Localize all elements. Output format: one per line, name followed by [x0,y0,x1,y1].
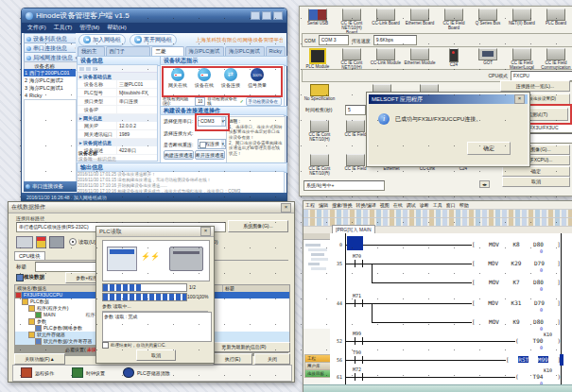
tab-mitsubishi-active[interactable]: 三菱PLC06 [151,46,183,56]
timer-coil[interactable]: T94 [515,373,561,380]
edit-cursor-cell[interactable] [347,236,363,250]
tab-haier1[interactable]: 海尔PLC测试1 [225,46,265,56]
nav-connection[interactable]: 连接目标 [304,369,332,378]
pc-item-net2-board[interactable]: NET(II) Board [506,9,538,26]
tab-home[interactable]: 我的主页 [78,46,105,56]
menu-view[interactable]: 视图 [380,202,390,208]
radio-read[interactable]: 读取(U) [69,238,96,246]
memory-clear-item[interactable]: PLC存储器清除 [123,367,170,378]
close-button[interactable]: 关闭 [254,353,290,365]
manual-check-button[interactable]: 手动检测设备在线 [246,97,282,106]
clock-setting-item[interactable]: 时钟设置 [72,367,105,378]
pc-item-cclink-board[interactable]: CC-Link Board [370,9,402,26]
timer-coil[interactable]: T90 [515,337,561,344]
menu-manage[interactable]: 管理(M) [79,24,99,32]
menu-edit[interactable]: 编辑 [319,202,328,208]
instruction-mov[interactable]: MOVK29D79 [472,260,561,266]
instruction-mov[interactable]: MOVK8D80 [472,241,561,247]
pc-item-ethernet-board[interactable]: Ethernet Board [404,9,436,26]
leave-network-button[interactable]: 离开网络组 [130,34,177,46]
property-group[interactable]: 设备基础信息 [78,73,157,80]
break-channel-button[interactable]: 断开连接通道 [195,150,225,160]
pc-item-ccie-board[interactable]: CC IE Cont NET/10(H) Board [336,9,368,36]
close-icon[interactable]: × [514,94,525,104]
contact-symbol[interactable]: M70 [355,260,363,267]
ok-button[interactable]: 确定 [502,166,570,177]
property-row[interactable]: 网关通讯端口1989 [78,130,157,139]
instruction-mov[interactable]: MOVK7D80 [472,279,561,285]
tab-ricky[interactable]: Ricky [266,46,286,56]
project-tree[interactable] [303,240,330,329]
menu-debug[interactable]: 调试 [407,202,416,208]
titlebar[interactable]: Hinode设备管理客户端 v1.5 [22,9,286,23]
accessible-station-field[interactable]: 系统/站号中+ [303,180,385,191]
cancel-button[interactable]: 取消 [502,177,570,187]
property-row[interactable]: 网关IP12.0.0.2 [78,122,157,130]
execute-button[interactable]: 执行(E) [213,353,252,365]
connection-list-button[interactable]: 连接路径一览(L)... [500,80,570,92]
contact-symbol[interactable]: T90 [355,356,363,364]
plc-item-cclink-module[interactable]: CC-Link Module [370,48,402,66]
maximize-button[interactable] [262,11,271,20]
dialog-ok-button[interactable]: 确定 [467,142,511,155]
progress-cancel-button[interactable]: 取消 [136,349,176,361]
detail-field[interactable] [527,133,572,144]
pc-item-serial-usb[interactable]: Serial USB [302,9,334,26]
property-group[interactable]: 设备描述信息 [78,139,157,146]
speed-field[interactable]: 9.6Kbps [373,35,417,45]
menu-help[interactable]: 帮助(H) [107,24,126,32]
tab-haier2[interactable]: 海尔PLC测试2 [185,46,225,56]
menu-convert[interactable]: 转换/编译 [355,202,375,208]
com-port-field[interactable]: COM 3 [319,35,349,45]
net-item-ccie-cont[interactable]: CC IE Cont NET/10(H) [303,120,336,143]
sidebar-bottom-serial-devices[interactable]: 串口连接设备 [24,181,78,192]
menu-file[interactable]: 文件(F) [27,24,46,32]
menu-tools[interactable]: 工具(T) [54,24,73,32]
instruction-mov[interactable]: MOVK9D80 [472,318,561,325]
auto-check-label[interactable]: 自动检测设备在线 [207,96,237,106]
progress-titlebar[interactable]: PLC读取 × [96,227,214,237]
menu-window[interactable]: 窗口 [446,202,456,208]
related-functions-button[interactable]: 关联功能(F)▲ [14,353,65,365]
instruction-mov[interactable]: MOVK31D79 [472,299,561,306]
toolbar-row-1[interactable] [303,210,572,218]
pc-item-q-bus[interactable]: Q Series Bus [472,9,504,26]
join-network-button[interactable]: 加入网络组 [78,34,126,46]
close-icon[interactable]: × [200,227,211,236]
close-button[interactable] [273,11,283,20]
auto-close-checkbox[interactable] [102,342,109,349]
cpu-mode-field[interactable]: FXCPU [511,71,572,81]
property-row[interactable]: 设备名称三菱PLC01 [78,80,157,89]
plc-item-c24[interactable]: C24 [438,48,470,68]
remote-operation-item[interactable]: 远程操作 [21,367,54,378]
menu-online[interactable]: 在线 [393,202,403,208]
contact-symbol[interactable]: M99 [355,337,363,345]
melsoft-dialog-titlebar[interactable]: MELSOFT 应用程序 × [369,94,528,104]
menu-find[interactable]: 搜索/替换 [332,202,352,208]
instruction-rst[interactable]: RSTM99 [506,356,561,363]
property-row[interactable]: 设备IP [78,106,157,114]
ladder-diagram[interactable]: 0 MOVK8D80 0 35 M70 MOVK29D79 0 MOVK7D80… [330,233,572,385]
tab-siemens[interactable]: 西门子200PLC01 [106,46,151,56]
menu-diagnostics[interactable]: 诊断 [420,202,429,208]
minimize-button[interactable] [251,11,260,20]
property-row[interactable]: 接口类型串口连接 [78,97,157,106]
scroll-arrows[interactable]: ◂▸ [479,180,490,188]
property-row[interactable]: PLC型号Mitsubishi-FX [78,89,157,97]
contact-symbol[interactable]: M71 [355,299,363,307]
contact-symbol[interactable]: M72 [355,373,363,381]
interval-input[interactable]: 10 [195,97,205,106]
plc-item-ethernet-module[interactable]: Ethernet Module [404,48,436,66]
menu-project[interactable]: 工程 [305,202,315,208]
close-icon[interactable]: × [281,203,291,213]
system-image-button[interactable]: 系统图像(G)... [228,220,288,232]
menu-tool[interactable]: 工具 [433,202,442,208]
time-check-field[interactable]: 5 [345,105,366,115]
reconnect-checkbox[interactable] [199,142,206,148]
build-channel-button[interactable]: 构建连接通道 [164,150,194,160]
plc-item-got[interactable]: GOT [472,48,504,66]
menu-help[interactable]: 帮助 [459,202,469,208]
pc-item-plc-board[interactable]: PLC Board [540,9,572,26]
netrow-ccie-cont[interactable]: CC IE Cont NET/10(H) [303,154,336,177]
auto-close-option[interactable]: 处理结束时，自动关闭窗口C. [102,342,166,349]
